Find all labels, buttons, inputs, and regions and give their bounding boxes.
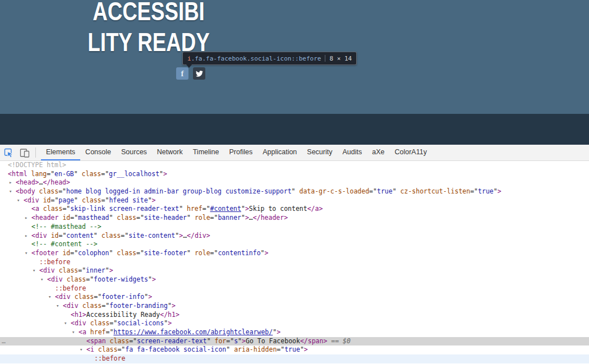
collapse-arrow-icon[interactable]: ▾	[25, 249, 27, 258]
dom-tree-row[interactable]: ▸<header id="masthead" class="site-heade…	[0, 214, 589, 223]
dom-tree-row[interactable]: …<span class="screen-reader-text" for="s…	[0, 337, 589, 346]
dom-tree-row[interactable]: ::before	[0, 354, 589, 363]
dom-tree-row[interactable]: ▸<div id="content" class="site-content">…	[0, 232, 589, 241]
site-footer-bar: DESIGNED BY WORDSKINS.COM | PROUDLY POWE…	[0, 114, 589, 145]
toolbar-separator	[35, 148, 36, 158]
expand-arrow-icon[interactable]: ▸	[25, 214, 27, 223]
tooltip-selector-tag: i	[187, 55, 191, 62]
dom-tree-row[interactable]: ▸<head>…</head>	[0, 178, 589, 187]
dom-tree-row[interactable]: ▾<body class="home blog logged-in admin-…	[0, 187, 589, 196]
twitter-icon[interactable]	[193, 67, 205, 80]
tab-profiles[interactable]: Profiles	[224, 145, 257, 160]
tab-audits[interactable]: Audits	[337, 145, 367, 160]
dom-tree-row[interactable]: ::before	[0, 258, 589, 267]
tab-axe[interactable]: aXe	[367, 145, 389, 160]
device-toolbar-button[interactable]	[20, 148, 30, 158]
dom-tree-row[interactable]: ▾<div id="page" class="hfeed site">	[0, 196, 589, 205]
dom-tree-row[interactable]: <!-- #content -->	[0, 240, 589, 249]
facebook-icon[interactable]: f	[176, 67, 188, 80]
devtools-panel: ElementsConsoleSourcesNetworkTimelinePro…	[0, 145, 589, 364]
tooltip-selector-rest: .fa.fa-facebook.social-icon::before	[191, 55, 321, 62]
dom-tree-row[interactable]: <!-- #masthead -->	[0, 223, 589, 232]
dom-tree-row[interactable]: <!DOCTYPE html>	[0, 161, 589, 170]
expand-arrow-icon[interactable]: ▸	[25, 232, 27, 241]
tab-colora11y[interactable]: ColorA11y	[389, 145, 431, 160]
collapse-arrow-icon[interactable]: ▾	[64, 319, 67, 328]
devtools-tabs: ElementsConsoleSourcesNetworkTimelinePro…	[41, 145, 432, 160]
dom-tree-row[interactable]: <a class="skip-link screen-reader-text" …	[0, 205, 589, 214]
dom-tree: <!DOCTYPE html><html lang="en-GB" class=…	[0, 161, 589, 363]
collapse-arrow-icon[interactable]: ▾	[17, 196, 20, 205]
site-heading-line1: ACCESSIBI	[33, 0, 264, 26]
social-icons: f	[176, 67, 205, 80]
tab-security[interactable]: Security	[302, 145, 337, 160]
twitter-bird-icon	[196, 71, 203, 77]
tab-sources[interactable]: Sources	[116, 145, 152, 160]
inspect-tooltip: i.fa.fa-facebook.social-icon::before 8 ×…	[182, 52, 357, 65]
devtools-toolbar: ElementsConsoleSourcesNetworkTimelinePro…	[0, 145, 589, 161]
dom-tree-row[interactable]: ▾<div class="footer-info">	[0, 293, 589, 302]
tab-elements[interactable]: Elements	[41, 145, 80, 160]
page-preview: ACCESSIBI LITY READY i.fa.fa-facebook.so…	[0, 0, 589, 145]
inspect-element-button[interactable]	[4, 148, 13, 158]
tooltip-dimensions: 8 × 14	[329, 55, 352, 62]
dom-tree-row[interactable]: ▾<div class="footer-branding">	[0, 302, 589, 311]
tab-timeline[interactable]: Timeline	[188, 145, 224, 160]
collapse-arrow-icon[interactable]: ▾	[9, 187, 12, 196]
tooltip-divider	[325, 55, 325, 62]
tab-application[interactable]: Application	[257, 145, 302, 160]
dom-tree-row[interactable]: ▾<div class="footer-widgets">	[0, 275, 589, 284]
row-overflow-indicator[interactable]: …	[2, 337, 6, 346]
collapse-arrow-icon[interactable]: ▾	[48, 293, 51, 302]
dom-tree-row[interactable]: <html lang="en-GB" class="gr__localhost"…	[0, 170, 589, 179]
dom-tree-row[interactable]: ▾<footer id="colophon" class="site-foote…	[0, 249, 589, 258]
dom-tree-row[interactable]: ▾<div class="inner">	[0, 266, 589, 275]
toolbar-icons	[0, 145, 34, 160]
collapse-arrow-icon[interactable]: ▾	[72, 328, 75, 337]
tab-console[interactable]: Console	[80, 145, 116, 160]
expand-arrow-icon[interactable]: ▸	[9, 178, 12, 187]
tooltip-caret	[186, 64, 192, 68]
dom-tree-row[interactable]: ▾<a href="https://www.facebook.com/abrig…	[0, 328, 589, 337]
facebook-glyph: f	[181, 70, 184, 78]
dom-tree-row[interactable]: ::before	[0, 284, 589, 293]
site-heading: ACCESSIBI LITY READY	[33, 0, 264, 57]
collapse-arrow-icon[interactable]: ▾	[33, 266, 35, 275]
tab-network[interactable]: Network	[152, 145, 188, 160]
dom-tree-row[interactable]: ▾<i class="fa fa-facebook social-icon" a…	[0, 345, 589, 354]
collapse-arrow-icon[interactable]: ▾	[56, 302, 59, 311]
dom-tree-row[interactable]: <h1>Accessibility Ready</h1>	[0, 311, 589, 320]
dom-tree-row[interactable]: ▾<div class="social-icons">	[0, 319, 589, 328]
collapse-arrow-icon[interactable]: ▾	[80, 345, 82, 354]
collapse-arrow-icon[interactable]: ▾	[40, 275, 43, 284]
